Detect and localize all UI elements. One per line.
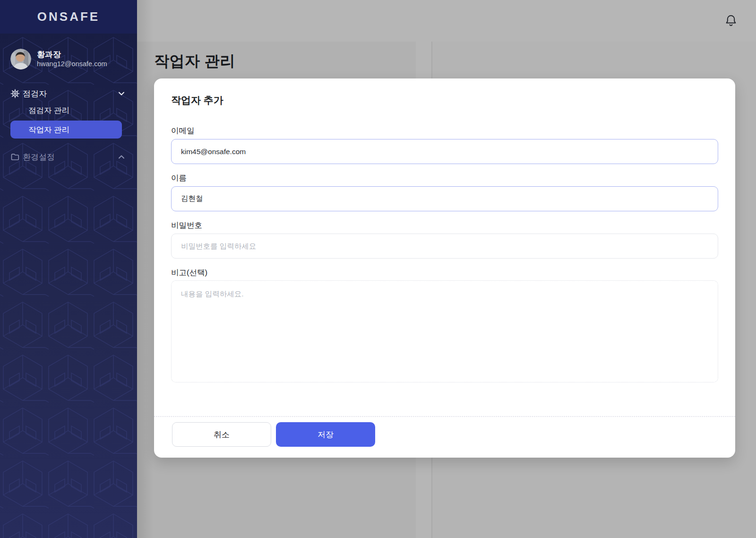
gear-icon <box>10 89 20 98</box>
sidebar-shadow <box>137 0 153 538</box>
email-label: 이메일 <box>171 126 195 136</box>
chevron-up-icon <box>117 153 126 161</box>
sidebar: ONSAFE 황과장 hwang12@onsafe.com <box>0 0 137 538</box>
bell-icon[interactable] <box>724 14 738 28</box>
folder-icon <box>10 152 20 162</box>
password-label: 비밀번호 <box>171 220 202 231</box>
user-meta: 황과장 hwang12@onsafe.com <box>37 50 107 69</box>
cancel-button[interactable]: 취소 <box>172 422 271 447</box>
user-profile[interactable]: 황과장 hwang12@onsafe.com <box>10 49 107 69</box>
name-field[interactable] <box>171 186 718 211</box>
user-name: 황과장 <box>37 50 107 60</box>
sidebar-item-label: 점검자 <box>23 88 47 99</box>
sidebar-item-label: 환경설정 <box>23 152 55 163</box>
app-logo: ONSAFE <box>37 9 100 24</box>
sidebar-item-inspector[interactable]: 점검자 <box>0 85 137 102</box>
sidebar-item-inspector-management[interactable]: 점검자 관리 <box>10 101 122 119</box>
note-label: 비고(선택) <box>171 268 207 278</box>
logo-strip: ONSAFE <box>0 0 137 34</box>
sidebar-item-worker-management[interactable]: 작업자 관리 <box>10 121 122 139</box>
save-button[interactable]: 저장 <box>276 422 375 447</box>
password-field[interactable] <box>171 234 718 259</box>
chevron-down-icon <box>117 89 126 98</box>
email-field[interactable] <box>171 139 718 164</box>
note-field[interactable] <box>171 280 718 382</box>
page-title: 작업자 관리 <box>154 51 235 72</box>
sidebar-item-label: 작업자 관리 <box>28 125 69 134</box>
top-bar <box>137 0 756 42</box>
sidebar-item-label: 점검자 관리 <box>28 106 69 114</box>
user-email: hwang12@onsafe.com <box>37 60 107 69</box>
sidebar-item-settings[interactable]: 환경설정 <box>0 148 137 165</box>
footer-separator <box>154 416 735 417</box>
worker-add-modal: 작업자 추가 이메일 이름 비밀번호 비고(선택) 취소 저장 <box>154 78 735 458</box>
name-label: 이름 <box>171 173 187 183</box>
modal-title: 작업자 추가 <box>171 94 223 107</box>
avatar <box>10 49 31 69</box>
